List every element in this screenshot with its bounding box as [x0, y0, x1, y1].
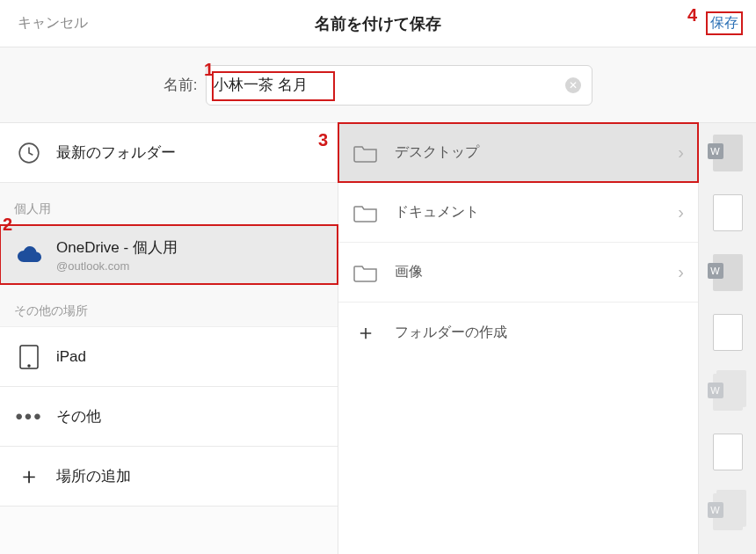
onedrive-personal[interactable]: OneDrive - 個人用 @outlook.com — [0, 225, 338, 285]
chevron-right-icon: › — [678, 142, 684, 163]
title-bar: キャンセル 名前を付けて保存 保存 — [0, 0, 756, 47]
callout-3: 3 — [318, 130, 328, 150]
locations-sidebar: 最新のフォルダー 個人用 OneDrive - 個人用 @outlook.com… — [0, 123, 338, 554]
callout-2: 2 — [3, 215, 12, 235]
plus-icon: ＋ — [16, 461, 42, 492]
folder-desktop[interactable]: デスクトップ › — [338, 123, 698, 183]
file-thumb[interactable] — [699, 482, 756, 542]
filename-value: 小林一茶 名月 — [214, 75, 308, 95]
svg-point-2 — [28, 365, 30, 367]
file-thumb[interactable] — [699, 303, 756, 362]
recent-label: 最新のフォルダー — [56, 142, 176, 163]
file-thumb[interactable] — [699, 243, 756, 303]
documents-label: ドキュメント — [395, 203, 662, 222]
ipad-icon — [16, 345, 42, 369]
location-ipad[interactable]: iPad — [0, 327, 338, 387]
chevron-right-icon: › — [678, 202, 684, 222]
file-thumb[interactable] — [699, 183, 756, 243]
folder-pictures[interactable]: 画像 › — [338, 243, 698, 303]
callout-1: 1 — [204, 60, 214, 80]
save-button[interactable]: 保存 — [710, 14, 738, 33]
filename-label: 名前: — [164, 75, 198, 95]
file-preview-column — [698, 123, 756, 554]
save-button-wrap: 保存 — [710, 14, 738, 33]
more-label: その他 — [56, 406, 101, 426]
file-thumb[interactable] — [699, 123, 756, 183]
columns: 最新のフォルダー 個人用 OneDrive - 個人用 @outlook.com… — [0, 123, 756, 554]
callout-4: 4 — [687, 5, 697, 26]
plus-icon: ＋ — [353, 318, 379, 346]
onedrive-title: OneDrive - 個人用 — [56, 237, 178, 258]
cancel-button[interactable]: キャンセル — [18, 14, 88, 33]
newfolder-label: フォルダーの作成 — [395, 324, 684, 342]
desktop-label: デスクトップ — [395, 143, 662, 162]
section-personal: 個人用 — [0, 183, 338, 225]
cloud-icon — [16, 246, 42, 264]
filename-bar: 名前: 小林一茶 名月 ✕ — [0, 47, 756, 123]
ellipsis-icon: ••• — [16, 405, 42, 429]
folder-documents[interactable]: ドキュメント › — [338, 183, 698, 243]
add-label: 場所の追加 — [56, 466, 131, 486]
pictures-label: 画像 — [395, 263, 662, 281]
add-place[interactable]: ＋ 場所の追加 — [0, 447, 338, 507]
file-thumb[interactable] — [699, 422, 756, 482]
folder-list: デスクトップ › ドキュメント › 画像 › ＋ フォルダーの作成 — [338, 123, 698, 554]
dialog-title: 名前を付けて保存 — [315, 13, 441, 34]
clear-icon[interactable]: ✕ — [565, 77, 581, 93]
folder-icon — [353, 203, 379, 222]
ipad-label: iPad — [56, 348, 86, 366]
filename-input[interactable]: 小林一茶 名月 ✕ — [206, 65, 592, 106]
location-more[interactable]: ••• その他 — [0, 387, 338, 447]
folder-icon — [353, 263, 379, 282]
section-other: その他の場所 — [0, 285, 338, 327]
file-thumb[interactable] — [699, 362, 756, 422]
clock-icon — [16, 142, 42, 164]
folder-icon — [353, 143, 379, 163]
recent-folders[interactable]: 最新のフォルダー — [0, 123, 338, 183]
chevron-right-icon: › — [678, 262, 684, 282]
onedrive-sub: @outlook.com — [56, 259, 178, 273]
create-folder[interactable]: ＋ フォルダーの作成 — [338, 303, 698, 362]
